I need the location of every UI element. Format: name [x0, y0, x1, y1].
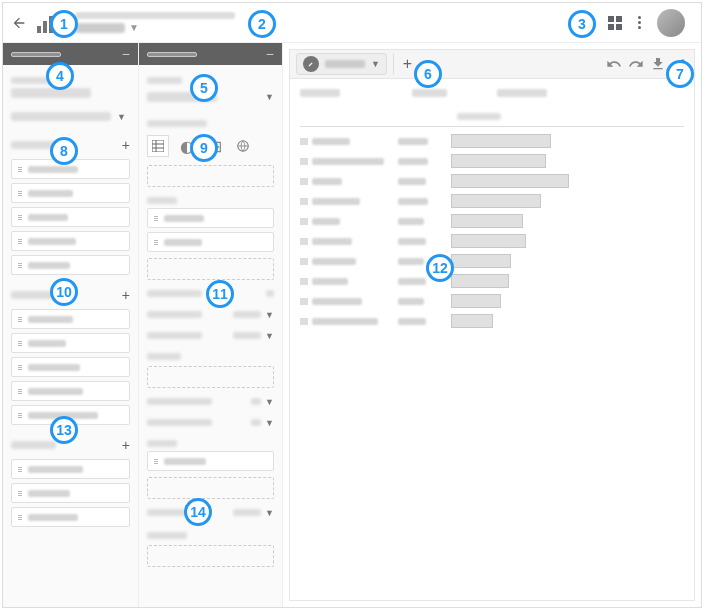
field-pill[interactable] [11, 309, 130, 329]
caret-down-icon: ▼ [371, 59, 380, 69]
table-row[interactable] [300, 231, 684, 251]
tab-settings-header[interactable]: − [139, 43, 282, 65]
field-pill[interactable] [11, 231, 130, 251]
variables-panel: − ▼ +++ [3, 43, 139, 607]
table-row[interactable] [300, 131, 684, 151]
filters-label [147, 440, 177, 447]
field-pill[interactable] [11, 207, 130, 227]
table-row[interactable] [300, 171, 684, 191]
segments-mid-label [147, 532, 187, 539]
top-bar: ▼ [3, 3, 701, 43]
dim-pill[interactable] [147, 208, 274, 228]
minimize-icon[interactable]: − [266, 47, 274, 61]
callout-13: 13 [50, 416, 78, 444]
field-pill[interactable] [11, 255, 130, 275]
download-icon[interactable] [650, 56, 666, 72]
callout-9: 9 [190, 134, 218, 162]
filter-pill[interactable] [147, 451, 274, 471]
field-pill[interactable] [11, 183, 130, 203]
callout-2: 2 [248, 10, 276, 38]
label [147, 77, 182, 84]
callout-7: 7 [666, 60, 694, 88]
account-selector[interactable]: ▼ [75, 12, 574, 33]
back-icon[interactable] [11, 15, 27, 31]
table-header [300, 89, 684, 97]
callout-3: 3 [568, 10, 596, 38]
svg-rect-0 [152, 140, 164, 152]
filter-drop-zone[interactable] [147, 477, 274, 499]
callout-6: 6 [414, 60, 442, 88]
field-pill[interactable] [11, 357, 130, 377]
more-icon[interactable] [638, 16, 641, 29]
table-row[interactable] [300, 191, 684, 211]
callout-12: 12 [426, 254, 454, 282]
report-area [289, 79, 695, 601]
add-tab-button[interactable]: + [393, 54, 413, 74]
redo-icon[interactable] [628, 56, 644, 72]
table-summary-row [300, 107, 684, 127]
table-row[interactable] [300, 211, 684, 231]
dim-pill[interactable] [147, 232, 274, 252]
plus-icon[interactable]: + [122, 287, 130, 303]
tab-settings-panel: − ▼ ◐ ⊞ [139, 43, 283, 607]
table-viz-icon[interactable] [147, 135, 169, 157]
dimensions-label [147, 197, 177, 204]
viz-drop-zone[interactable] [147, 165, 274, 187]
metric-drop-zone[interactable] [147, 366, 274, 388]
geo-viz-icon[interactable] [233, 136, 253, 156]
caret-down-icon: ▼ [117, 112, 126, 122]
pencil-icon [303, 56, 319, 72]
dim-drop-zone[interactable] [147, 258, 274, 280]
callout-11: 11 [206, 280, 234, 308]
metrics-label [147, 353, 181, 360]
report-canvas: ▼ + [283, 43, 701, 607]
caret-down-icon: ▼ [129, 22, 139, 33]
viz-label [147, 120, 207, 127]
segment-drop-zone[interactable] [147, 545, 274, 567]
table-row[interactable] [300, 151, 684, 171]
avatar[interactable] [657, 9, 685, 37]
table-row[interactable] [300, 271, 684, 291]
callout-1: 1 [50, 10, 78, 38]
field-pill[interactable] [11, 483, 130, 503]
tab-chip[interactable]: ▼ [296, 53, 387, 75]
table-row[interactable] [300, 291, 684, 311]
view-value[interactable] [11, 88, 91, 98]
callout-4: 4 [46, 62, 74, 90]
canvas-toolbar: ▼ + [289, 49, 695, 79]
callout-5: 5 [190, 74, 218, 102]
field-pill[interactable] [11, 507, 130, 527]
date-range[interactable]: ▼ [11, 108, 130, 125]
caret-down-icon: ▼ [265, 92, 274, 102]
table-row[interactable] [300, 251, 684, 271]
callout-8: 8 [50, 137, 78, 165]
apps-icon[interactable] [608, 16, 622, 30]
minimize-icon[interactable]: − [122, 47, 130, 61]
callout-10: 10 [50, 278, 78, 306]
table-row[interactable] [300, 311, 684, 331]
field-pill[interactable] [11, 381, 130, 401]
plus-icon[interactable]: + [122, 437, 130, 453]
plus-icon[interactable]: + [122, 137, 130, 153]
undo-icon[interactable] [606, 56, 622, 72]
field-pill[interactable] [11, 459, 130, 479]
variables-panel-header[interactable]: − [3, 43, 138, 65]
callout-14: 14 [184, 498, 212, 526]
field-pill[interactable] [11, 333, 130, 353]
